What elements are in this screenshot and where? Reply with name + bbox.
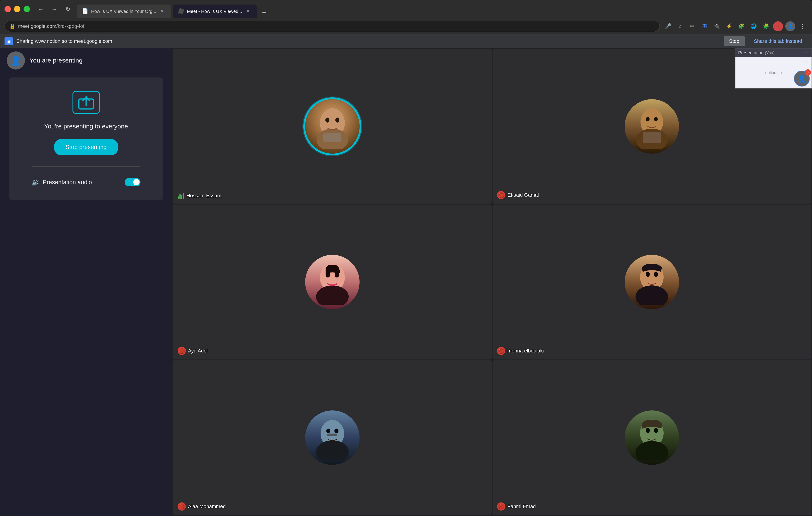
edit-icon[interactable]: ✏ [687,21,697,31]
stop-presenting-button[interactable]: Stop presenting [54,139,118,155]
mute-icon-elsaid: 🚫 [497,191,505,199]
speaker-icon: 🔊 [32,179,40,186]
title-bar: ← → ↻ 📄 How Is UX Viewed in Your Org... … [0,0,812,18]
share-tab-button[interactable]: Share this tab instead [748,36,808,46]
svg-rect-11 [643,132,661,143]
svg-point-22 [326,429,330,433]
google-apps-icon[interactable]: ⊞ [700,21,709,31]
forward-button[interactable]: → [49,4,59,14]
extension-4-icon[interactable]: 🌐 [749,21,758,31]
menna-face [634,260,670,305]
sound-bars-hossam [178,192,184,199]
minimize-window-button[interactable] [14,6,20,12]
participants-grid: Hossam Essam 🚫 El-sai [172,48,812,516]
svg-rect-25 [323,443,342,454]
more-options-icon[interactable]: ⋮ [798,21,808,31]
presentation-label: Presentation (You) [738,50,774,56]
you-label-container: 👤 ✕ [794,71,810,87]
alaa-face [314,415,350,460]
upload-icon-box [72,91,100,114]
thumbnail-more-icon[interactable]: ⋯ [804,50,809,56]
toolbar-icons: 🎤 ☆ ✏ ⊞ 🔌 ⚡ 🧩 🌐 🧩 ! 👤 ⋮ [663,21,808,31]
tab-notion[interactable]: 📄 How Is UX Viewed in Your Org... ✕ [77,4,171,18]
presenter-avatar: 👤 [7,52,25,69]
address-text: meet.google.com/krd-xgdg-fof [18,23,84,29]
sharing-bar: ▣ Sharing www.notion.so to meet.google.c… [0,34,812,48]
mute-icon-aya: 🚫 [178,347,186,355]
svg-point-17 [636,285,668,305]
participant-name-menna: 🚫 menna elboulaki [497,347,544,355]
participant-avatar-elsaid [625,99,679,154]
toggle-knob [133,179,140,185]
participant-name-fahmi: 🚫 Fahmi Emad [497,503,536,511]
mic-icon[interactable]: 🎤 [663,21,673,31]
star-icon[interactable]: ☆ [675,21,685,31]
audio-row: 🔊 Presentation audio [32,178,141,186]
fahmi-face [634,415,670,460]
address-input-container[interactable]: 🔒 meet.google.com/krd-xgdg-fof [4,21,660,32]
participant-avatar-fahmi [625,411,679,465]
refresh-button[interactable]: ↻ [63,4,73,14]
aya-face [314,260,350,305]
tabs-bar: 📄 How Is UX Viewed in Your Org... ✕ 🎥 Me… [77,0,808,18]
mute-icon-fahmi: 🚫 [497,503,505,511]
tab-close-notion[interactable]: ✕ [159,8,165,14]
participant-avatar-menna [625,255,679,309]
participant-name-alaa: 🚫 Alaa Mohammed [178,503,226,511]
divider [32,166,141,167]
participant-avatar-aya [305,255,359,309]
svg-point-9 [646,117,649,121]
tab-favicon-meet: 🎥 [178,8,184,14]
svg-point-4 [325,118,329,123]
presentation-thumbnail: Presentation (You) ⋯ notion.so 👤 ✕ You [735,48,812,89]
tab-title-notion: How Is UX Viewed in Your Org... [91,9,156,14]
extension-1-icon[interactable]: 🔌 [712,21,722,31]
new-tab-button[interactable]: + [259,7,270,18]
error-icon[interactable]: ! [773,21,783,31]
hossam-face [314,104,350,149]
svg-point-23 [335,429,339,433]
participant-cell-menna: 🚫 menna elboulaki [493,205,811,359]
svg-point-13 [316,285,349,305]
presenting-header: 👤 You are presenting [0,48,172,73]
elsaid-face [634,104,670,149]
stop-sharing-button[interactable]: Stop [724,36,745,46]
address-bar: 🔒 meet.google.com/krd-xgdg-fof 🎤 ☆ ✏ ⊞ 🔌… [0,18,812,34]
participant-cell-aya: 🚫 Aya Adel [173,205,492,359]
participant-name-elsaid: 🚫 El-said Gamal [497,191,539,199]
extension-2-icon[interactable]: ⚡ [724,21,734,31]
sharing-text: Sharing www.notion.so to meet.google.com [16,38,720,44]
meet-content: 👤 You are presenting You're presenting t… [0,48,812,516]
svg-rect-6 [323,133,342,142]
close-window-button[interactable] [4,6,11,12]
svg-point-5 [335,118,339,123]
presenting-card: You're presenting to everyone Stop prese… [9,78,163,200]
thumbnail-header: Presentation (You) ⋯ [735,49,812,57]
puzzle-icon[interactable]: 🧩 [761,21,771,31]
tab-meet[interactable]: 🎥 Meet - How is UX Viewed... ✕ [173,4,257,18]
svg-point-19 [654,272,658,277]
svg-point-27 [636,441,668,460]
back-button[interactable]: ← [36,4,46,14]
svg-point-29 [654,428,658,433]
svg-rect-24 [327,433,337,436]
svg-point-28 [646,428,650,433]
profile-icon[interactable]: 👤 [785,21,795,31]
maximize-window-button[interactable] [24,6,30,12]
participant-avatar-hossam [305,99,359,154]
browser-window: ← → ↻ 📄 How Is UX Viewed in Your Org... … [0,0,812,516]
svg-point-10 [654,117,658,121]
audio-label: 🔊 Presentation audio [32,179,120,186]
mute-icon-alaa: 🚫 [178,503,186,511]
sharing-screen-icon: ▣ [4,37,13,45]
svg-point-18 [646,272,650,277]
participant-cell-fahmi: 🚫 Fahmi Emad [493,360,811,515]
extension-3-icon[interactable]: 🧩 [736,21,746,31]
tab-close-meet[interactable]: ✕ [245,8,251,14]
participant-cell-hossam: Hossam Essam [173,49,492,204]
lock-icon: 🔒 [9,23,16,29]
audio-toggle[interactable] [125,178,141,186]
tab-favicon-notion: 📄 [82,8,88,14]
thumbnail-close-button[interactable]: ✕ [805,69,811,75]
participant-name-aya: 🚫 Aya Adel [178,347,207,355]
